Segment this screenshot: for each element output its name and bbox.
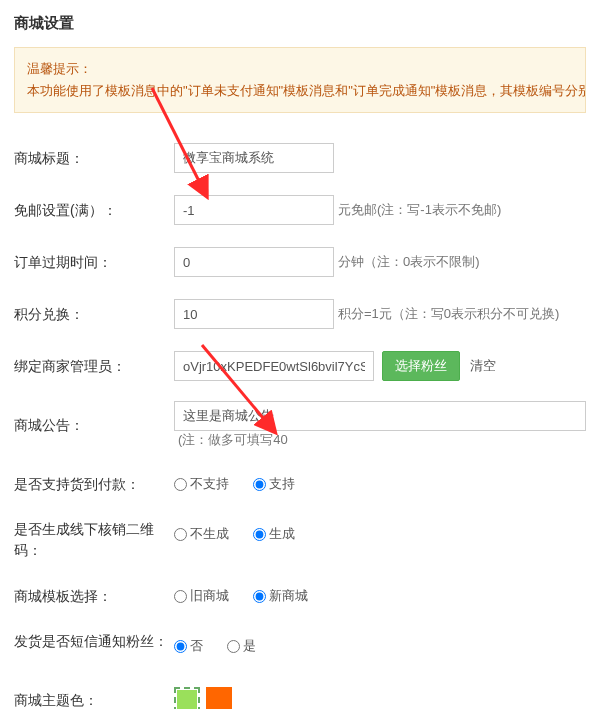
row-theme: 商城主题色： <box>14 683 586 709</box>
radio-cod-no[interactable]: 不支持 <box>174 475 229 493</box>
label-offline-qr: 是否生成线下核销二维码： <box>14 519 174 561</box>
label-sms: 发货是否短信通知粉丝： <box>14 631 174 652</box>
row-points: 积分兑换： 积分=1元（注：写0表示积分不可兑换) <box>14 297 586 331</box>
radio-sms-no[interactable]: 否 <box>174 637 203 655</box>
label-cod: 是否支持货到付款： <box>14 474 174 495</box>
radiogroup-offline-qr: 不生成 生成 <box>174 519 295 543</box>
input-points[interactable] <box>174 299 334 329</box>
radiogroup-sms: 否 是 <box>174 631 256 655</box>
row-bind-manager: 绑定商家管理员： 选择粉丝 清空 <box>14 349 586 383</box>
label-free-ship: 免邮设置(满）： <box>14 200 174 221</box>
row-free-ship: 免邮设置(满）： 元免邮(注：写-1表示不免邮) <box>14 193 586 227</box>
input-free-ship[interactable] <box>174 195 334 225</box>
choose-fan-button[interactable]: 选择粉丝 <box>382 351 460 381</box>
page-title: 商城设置 <box>14 14 586 33</box>
hint-points: 积分=1元（注：写0表示积分不可兑换) <box>338 305 559 323</box>
notice-body: 本功能使用了模板消息中的"订单未支付通知"模板消息和"订单完成通知"模板消息，其… <box>27 80 573 102</box>
notice-title: 温馨提示： <box>27 61 92 76</box>
swatch-orange[interactable] <box>206 687 232 709</box>
radio-cod-yes[interactable]: 支持 <box>253 475 295 493</box>
radiogroup-cod: 不支持 支持 <box>174 475 295 493</box>
row-cod: 是否支持货到付款： 不支持 支持 <box>14 467 586 501</box>
radio-sms-yes[interactable]: 是 <box>227 637 256 655</box>
label-bind-manager: 绑定商家管理员： <box>14 356 174 377</box>
input-title[interactable] <box>174 143 334 173</box>
input-order-expire[interactable] <box>174 247 334 277</box>
radio-qr-no[interactable]: 不生成 <box>174 525 229 543</box>
row-template: 商城模板选择： 旧商城 新商城 <box>14 579 586 613</box>
label-theme: 商城主题色： <box>14 690 174 709</box>
theme-swatches <box>174 687 232 709</box>
row-title: 商城标题： <box>14 141 586 175</box>
label-template: 商城模板选择： <box>14 586 174 607</box>
label-announce: 商城公告： <box>14 415 174 436</box>
hint-announce: (注：做多可填写40 <box>178 431 288 449</box>
clear-link[interactable]: 清空 <box>470 357 496 375</box>
row-order-expire: 订单过期时间： 分钟（注：0表示不限制) <box>14 245 586 279</box>
notice-box: 温馨提示： 本功能使用了模板消息中的"订单未支付通知"模板消息和"订单完成通知"… <box>14 47 586 113</box>
hint-order-expire: 分钟（注：0表示不限制) <box>338 253 480 271</box>
input-bind-manager[interactable] <box>174 351 374 381</box>
row-announce: 商城公告： (注：做多可填写40 <box>14 401 586 449</box>
radio-qr-yes[interactable]: 生成 <box>253 525 295 543</box>
swatch-green[interactable] <box>174 687 200 709</box>
input-announce[interactable] <box>174 401 586 431</box>
row-offline-qr: 是否生成线下核销二维码： 不生成 生成 <box>14 519 586 561</box>
radio-tpl-old[interactable]: 旧商城 <box>174 587 229 605</box>
radiogroup-template: 旧商城 新商城 <box>174 587 308 605</box>
label-points: 积分兑换： <box>14 304 174 325</box>
label-title: 商城标题： <box>14 148 174 169</box>
label-order-expire: 订单过期时间： <box>14 252 174 273</box>
hint-free-ship: 元免邮(注：写-1表示不免邮) <box>338 201 501 219</box>
row-sms: 发货是否短信通知粉丝： 否 是 <box>14 631 586 665</box>
radio-tpl-new[interactable]: 新商城 <box>253 587 308 605</box>
